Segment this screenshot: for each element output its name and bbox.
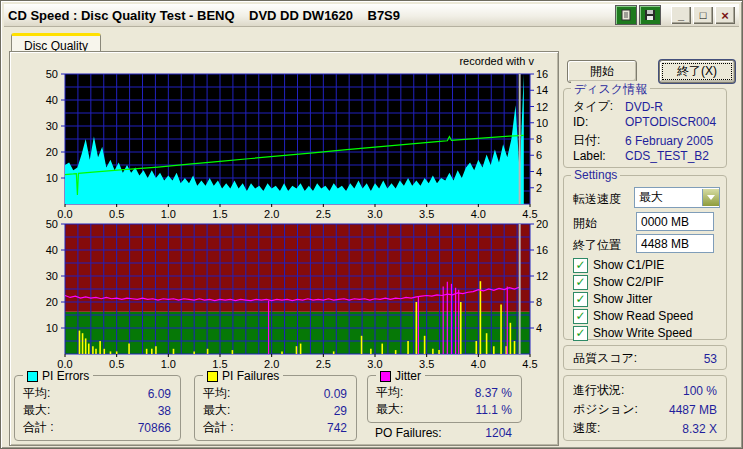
exit-button[interactable]: 終了(X): [659, 60, 735, 83]
svg-text:30: 30: [46, 120, 58, 132]
disc-info-row: ID:OPTODISCR004: [573, 115, 717, 129]
svg-text:10: 10: [46, 322, 58, 334]
stat-label: 平均:: [203, 385, 230, 402]
field-value: CDS_TEST_B2: [625, 149, 709, 163]
clipboard-icon: [620, 9, 632, 21]
end-pos-label: 終了位置: [573, 237, 621, 254]
field-value: 8.32 X: [682, 422, 717, 436]
svg-text:4.0: 4.0: [471, 358, 486, 370]
stat-value: 8.37 %: [475, 386, 512, 400]
svg-text:1.5: 1.5: [212, 208, 227, 220]
checkbox-icon: ✓: [573, 258, 588, 273]
svg-text:14: 14: [536, 84, 548, 96]
svg-text:4: 4: [536, 166, 542, 178]
chevron-down-icon: [707, 195, 715, 200]
svg-text:50: 50: [46, 218, 58, 230]
field-value: 100 %: [683, 384, 717, 398]
stat-row: 平均:0.09: [203, 386, 347, 401]
disc-info-row: タイプ:DVD-R: [573, 98, 717, 115]
transfer-speed-value: 最大: [635, 189, 702, 206]
end-pos-input[interactable]: [636, 234, 714, 253]
svg-text:50: 50: [46, 68, 58, 80]
jitter-stats-group: Jitter 平均:8.37 % 最大:11.1 %: [367, 375, 522, 423]
svg-text:2.5: 2.5: [316, 208, 331, 220]
stat-row: 最大:38: [23, 403, 171, 418]
pi-errors-chart[interactable]: 0.00.51.01.52.02.53.03.54.04.51020304050…: [10, 66, 558, 220]
app-window: CD Speed : Disc Quality Test - BENQ DVD …: [0, 0, 743, 449]
pif-jitter-chart[interactable]: 0.00.51.01.52.02.53.03.54.04.51020304050…: [10, 220, 558, 370]
transfer-speed-label: 転送速度: [573, 191, 621, 208]
progress-row: 速度:8.32 X: [573, 420, 717, 437]
checkbox-icon: ✓: [573, 275, 588, 290]
stat-row: 合計 :742: [203, 420, 347, 435]
field-label: 進行状況:: [573, 382, 624, 399]
disc-info-group: ディスク情報 タイプ:DVD-R ID:OPTODISCR004 日付:6 Fe…: [563, 88, 727, 168]
svg-text:10: 10: [536, 117, 548, 129]
disc-quality-page: recorded with v 0.00.51.01.52.02.53.03.5…: [9, 51, 559, 446]
checkbox-show-write-speed[interactable]: ✓Show Write Speed: [573, 326, 692, 340]
svg-text:1.0: 1.0: [161, 358, 176, 370]
checkbox-show-read-speed[interactable]: ✓Show Read Speed: [573, 309, 693, 323]
svg-text:4.5: 4.5: [522, 358, 537, 370]
copy-chart-button[interactable]: [615, 5, 637, 25]
stat-label: 最大:: [23, 402, 50, 419]
stat-label: 合計 :: [203, 419, 234, 436]
settings-group: Settings 転送速度 最大 開始 終了位置 ✓Show C1/PIE ✓: [563, 175, 727, 340]
stat-row: 最大:29: [203, 403, 347, 418]
svg-text:12: 12: [536, 101, 548, 113]
svg-text:10: 10: [46, 172, 58, 184]
settings-title: Settings: [571, 168, 620, 182]
stat-label: 平均:: [23, 385, 50, 402]
minimize-button[interactable]: _: [671, 6, 691, 24]
checkbox-show-c1-pie[interactable]: ✓Show C1/PIE: [573, 258, 664, 272]
stat-value: 742: [327, 421, 347, 435]
svg-text:30: 30: [46, 270, 58, 282]
stat-row: 平均:8.37 %: [376, 385, 512, 400]
progress-row: ポジション:4487 MB: [573, 401, 717, 418]
svg-text:20: 20: [46, 146, 58, 158]
stats-row: PI Errors 平均:6.09 最大:38 合計 :70866 PI Fai…: [10, 370, 558, 443]
svg-text:3.5: 3.5: [419, 208, 434, 220]
disc-info-row: Label:CDS_TEST_B2: [573, 149, 717, 163]
quality-score-value: 53: [704, 352, 717, 366]
save-chart-button[interactable]: [639, 5, 661, 25]
svg-text:40: 40: [46, 94, 58, 106]
quality-score-label: 品質スコア:: [573, 350, 637, 367]
svg-text:0.5: 0.5: [109, 358, 124, 370]
stat-value: 70866: [138, 421, 171, 435]
pi-failures-color-chip: [207, 371, 218, 382]
jitter-legend: Jitter: [376, 369, 425, 383]
stat-value: 29: [334, 404, 347, 418]
checkbox-show-c2-pif[interactable]: ✓Show C2/PIF: [573, 275, 664, 289]
transfer-speed-select[interactable]: 最大: [634, 187, 720, 208]
client-area: Disc Quality recorded with v 0.00.51.01.…: [5, 27, 738, 444]
stat-value: 6.09: [148, 387, 171, 401]
stat-label: 最大:: [203, 402, 230, 419]
svg-text:0.5: 0.5: [109, 208, 124, 220]
maximize-button[interactable]: □: [693, 6, 713, 24]
combo-dropdown-button[interactable]: [702, 189, 719, 206]
stat-label: 合計 :: [23, 419, 54, 436]
pi-errors-color-chip: [27, 371, 38, 382]
start-pos-input[interactable]: [636, 212, 714, 231]
checkbox-label: Show Write Speed: [593, 326, 692, 340]
field-value: 6 February 2005: [625, 134, 713, 148]
start-pos-label: 開始: [573, 215, 597, 232]
checkbox-show-jitter[interactable]: ✓Show Jitter: [573, 292, 652, 306]
svg-text:2.5: 2.5: [316, 358, 331, 370]
start-button[interactable]: 開始: [567, 60, 637, 83]
field-label: 日付:: [573, 132, 625, 149]
close-button[interactable]: ×: [715, 6, 735, 24]
stat-label: 最大:: [376, 401, 403, 418]
title-bar[interactable]: CD Speed : Disc Quality Test - BENQ DVD …: [4, 4, 739, 27]
pi-errors-stats-group: PI Errors 平均:6.09 最大:38 合計 :70866: [14, 375, 181, 441]
field-value: DVD-R: [625, 100, 663, 114]
checkbox-icon: ✓: [573, 326, 588, 341]
pi-errors-legend: PI Errors: [23, 369, 93, 383]
pi-failures-title: PI Failures: [222, 369, 279, 383]
jitter-color-chip: [380, 371, 391, 382]
progress-group: 進行状況:100 % ポジション:4487 MB 速度:8.32 X: [563, 375, 727, 441]
progress-row: 進行状況:100 %: [573, 382, 717, 399]
checkbox-icon: ✓: [573, 309, 588, 324]
po-failures-label: PO Failures:: [375, 426, 442, 440]
